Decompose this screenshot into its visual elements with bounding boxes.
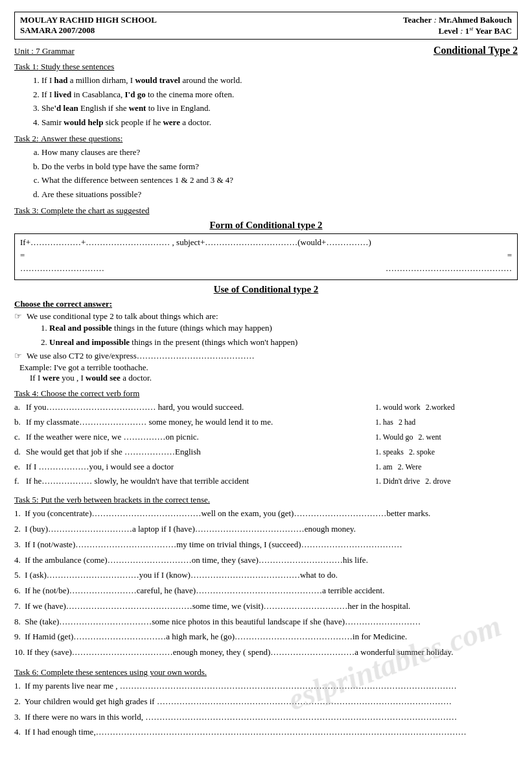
opt1-f: 1. Didn't drive bbox=[375, 475, 420, 488]
options-a: 1. would work 2.worked bbox=[375, 401, 518, 414]
task1-section: Task 1: Study these sentences If I had a… bbox=[14, 62, 518, 128]
opt2-b: 2 had bbox=[399, 416, 415, 429]
task3-label-text: Task 3: bbox=[14, 206, 39, 215]
header-left: MOULAY RACHID HIGH SCHOOL SAMARA 2007/20… bbox=[20, 15, 157, 36]
task3-section: Task 3: Complete the chart as suggested … bbox=[14, 206, 518, 280]
example-sentence: If I were you , I would see a doctor. bbox=[30, 373, 518, 383]
task2-desc: Answer these questions: bbox=[41, 134, 122, 143]
letter-b: b. bbox=[14, 416, 23, 429]
eq-right: = bbox=[507, 250, 512, 261]
list-item: Samir would help sick people if he were … bbox=[41, 116, 518, 129]
list-item: If I had a million dirham, I would trave… bbox=[41, 74, 518, 87]
task5-row: 2. I (buy)…………………………a laptop if I (have)… bbox=[14, 523, 518, 536]
sentence-e: If I ………………you, i would see a doctor bbox=[26, 460, 373, 474]
list-item: Are these situations possible? bbox=[41, 188, 518, 201]
example-label: Example: I've got a terrible toothache. bbox=[19, 362, 518, 373]
task4-row: b. If my classmate…………………… some money, h… bbox=[14, 416, 518, 429]
ct2-use-text: We use conditional type 2 to talk about … bbox=[27, 311, 218, 321]
task1-content: If I had a million dirham, I would trave… bbox=[27, 74, 518, 128]
task4-label-text: Task 4: bbox=[14, 388, 39, 398]
sentence-c: If the weather were nice, we ……………on pic… bbox=[26, 431, 373, 444]
task3-label: Task 3: Complete the chart as suggested bbox=[14, 206, 518, 216]
task1-label: Task 1: Study these sentences bbox=[14, 62, 518, 72]
form-row: If+………………+………………………… , subject+………………………… bbox=[20, 237, 512, 248]
task5-row: 8. She (take)……………………………some nice photos… bbox=[14, 615, 518, 629]
dots-row: ………………………… ……………………………………… bbox=[20, 263, 512, 274]
task6-desc: Complete these sentences using your own … bbox=[41, 667, 207, 677]
list-item: Unreal and impossible things in the pres… bbox=[49, 336, 518, 349]
letter-a: a. bbox=[14, 401, 23, 414]
equal-row: = = bbox=[20, 250, 512, 261]
task4-label: Task 4: Choose the correct verb form bbox=[14, 388, 518, 399]
opt1-d: 1. speaks bbox=[375, 446, 404, 458]
school-year: SAMARA 2007/2008 bbox=[20, 25, 157, 36]
task5-desc: Put the verb between brackets in the cor… bbox=[41, 495, 210, 504]
task5-section: Task 5: Put the verb between brackets in… bbox=[14, 495, 518, 659]
task3-desc: Complete the chart as suggested bbox=[41, 206, 150, 215]
form-text: If+………………+………………………… , subject+………………………… bbox=[20, 237, 371, 248]
task4-desc: Choose the correct verb form bbox=[41, 388, 139, 398]
finger-icon2: ☞ bbox=[14, 351, 22, 361]
options-c: 1. Would go 2. went bbox=[375, 431, 518, 444]
teacher-label: Teacher bbox=[403, 15, 432, 25]
list-item: Real and possible things in the future (… bbox=[49, 322, 518, 335]
task5-label: Task 5: Put the verb between brackets in… bbox=[14, 495, 518, 505]
unit-row: Unit : 7 Grammar Conditional Type 2 bbox=[14, 45, 518, 56]
options-b: 1. has 2 had bbox=[375, 416, 518, 429]
use-section: Choose the correct answer: ☞ We use cond… bbox=[14, 299, 518, 383]
task4-row: c. If the weather were nice, we ……………on … bbox=[14, 431, 518, 444]
task4-row: e. If I ………………you, i would see a doctor … bbox=[14, 460, 518, 474]
list-item: How many clauses are there? bbox=[41, 146, 518, 159]
example-block: Example: I've got a terrible toothache. … bbox=[19, 362, 518, 383]
task2-content: How many clauses are there? Do the verbs… bbox=[27, 146, 518, 200]
list-item: Do the verbs in bold type have the same … bbox=[41, 160, 518, 173]
form-title: Form of Conditional type 2 bbox=[14, 220, 518, 231]
opt1-c: 1. Would go bbox=[375, 431, 413, 444]
task4-row: a. If you………………………………… hard, you would s… bbox=[14, 401, 518, 414]
opt2-f: 2. drove bbox=[425, 475, 450, 488]
task6-content: 1. If my parents live near me , ……………………… bbox=[14, 680, 518, 739]
form-box: If+………………+………………………… , subject+………………………… bbox=[14, 233, 518, 280]
opt1-a: 1. would work bbox=[375, 401, 421, 414]
task5-row: 10. If they (save)………………………………enough mon… bbox=[14, 646, 518, 659]
task6-label-text: Task 6: bbox=[14, 667, 39, 677]
eq-left: = bbox=[20, 250, 25, 261]
task6-row: 4. If I had enough time,…………………………………………… bbox=[14, 726, 518, 739]
ct2-list: Real and possible things in the future (… bbox=[35, 322, 518, 348]
options-f: 1. Didn't drive 2. drove bbox=[375, 475, 518, 488]
level-sup: st bbox=[469, 25, 473, 32]
task2-list: How many clauses are there? Do the verbs… bbox=[41, 146, 518, 200]
task6-row: 1. If my parents live near me , ……………………… bbox=[14, 680, 518, 693]
teacher-line: Teacher : Mr.Ahmed Bakouch bbox=[403, 15, 512, 25]
ct2-also: ☞ We use also CT2 to give/express…………………… bbox=[14, 351, 518, 361]
dots-right: ……………………………………… bbox=[386, 263, 512, 274]
task1-list: If I had a million dirham, I would trave… bbox=[41, 74, 518, 128]
task6-row: 3. If there were no wars in this world, … bbox=[14, 711, 518, 724]
task5-row: 4. If the ambulance (come)…………………………on t… bbox=[14, 554, 518, 567]
ct2-intro: ☞ We use conditional type 2 to talk abou… bbox=[14, 311, 518, 322]
task5-row: 9. If Hamid (get)……………………………a high mark,… bbox=[14, 630, 518, 644]
opt2-a: 2.worked bbox=[426, 401, 455, 414]
task4-content: a. If you………………………………… hard, you would s… bbox=[14, 401, 518, 488]
task5-content: 1. If you (concentrate)…………………………………well… bbox=[14, 507, 518, 659]
letter-c: c. bbox=[14, 431, 23, 444]
use-title: Use of Conditional type 2 bbox=[14, 284, 518, 295]
page: MOULAY RACHID HIGH SCHOOL SAMARA 2007/20… bbox=[14, 12, 518, 739]
task4-row: d. She would get that job if she ………………E… bbox=[14, 445, 518, 459]
task5-row: 1. If you (concentrate)…………………………………well… bbox=[14, 507, 518, 521]
task6-label: Task 6: Complete these sentences using y… bbox=[14, 667, 518, 678]
choose-label: Choose the correct answer: bbox=[14, 299, 518, 309]
task1-desc: Study these sentences bbox=[41, 62, 114, 71]
finger-icon: ☞ bbox=[14, 311, 22, 321]
header-right: Teacher : Mr.Ahmed Bakouch Level : 1st Y… bbox=[403, 15, 512, 36]
task4-section: Task 4: Choose the correct verb form a. … bbox=[14, 388, 518, 488]
page-title: Conditional Type 2 bbox=[434, 45, 518, 56]
list-item: What the difference between sentences 1 … bbox=[41, 174, 518, 187]
level-suffix: Year BAC bbox=[476, 26, 512, 36]
options-e: 1. am 2. Were bbox=[375, 461, 518, 473]
letter-e: e. bbox=[14, 460, 23, 474]
task6-row: 2. Your children would get high grades i… bbox=[14, 695, 518, 709]
task4-row: f. If he……………… slowly, he wouldn't have … bbox=[14, 475, 518, 488]
sentence-f: If he……………… slowly, he wouldn't have tha… bbox=[26, 475, 373, 488]
task2-label: Task 2: Answer these questions: bbox=[14, 134, 518, 144]
